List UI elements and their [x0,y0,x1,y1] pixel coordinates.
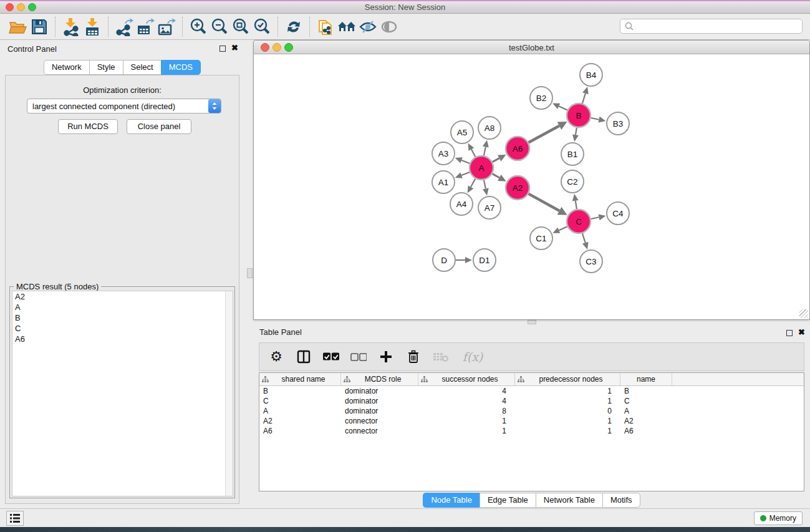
zoom-in-button[interactable] [188,16,209,37]
mcds-result-item[interactable]: A6 [12,334,233,344]
open-session-button[interactable] [7,16,29,37]
edge-A-A3[interactable] [461,160,470,163]
edge-B-B2[interactable] [559,106,567,110]
criterion-select[interactable]: largest connected component (directed) [27,99,221,114]
column-header-name[interactable]: name [620,373,672,385]
edge-A2-C[interactable] [529,194,560,211]
edge-C-C3[interactable] [582,233,586,243]
select-all-button[interactable] [323,349,339,365]
table-row[interactable]: Adominator80A [259,406,804,416]
horizontal-splitter-grip[interactable] [528,320,536,324]
edge-B-B3[interactable] [591,118,599,120]
tab-mcds[interactable]: MCDS [161,60,201,75]
close-table-panel-icon[interactable]: ✖ [798,328,805,337]
graph-node-A1[interactable]: A1 [432,171,455,193]
network-graph[interactable]: B4B2BB3A8A5A6A3B1AA1C2A2A4A7C4CC1DD1C3 [254,54,809,319]
tab-select[interactable]: Select [123,60,161,75]
graph-node-A8[interactable]: A8 [478,117,501,139]
graph-node-A[interactable]: A [470,156,493,180]
search-field[interactable] [620,19,803,34]
zoom-selected-button[interactable] [251,16,272,37]
delete-column-button[interactable] [405,349,422,365]
edge-B-B1[interactable] [576,128,577,135]
graph-node-D1[interactable]: D1 [473,249,496,271]
network-window-titlebar[interactable]: testGlobe.txt [254,41,809,54]
show-all-button[interactable] [378,16,400,37]
mcds-result-item[interactable]: A [12,302,233,312]
edge-A-A1[interactable] [461,172,470,175]
graph-node-A5[interactable]: A5 [451,121,473,143]
tab-network[interactable]: Network [44,60,89,75]
edge-A-A6[interactable] [493,158,499,162]
column-header-predecessor-nodes[interactable]: predecessor nodes [515,373,620,385]
mcds-result-item[interactable]: A2 [12,291,233,302]
column-header-shared-name[interactable]: shared name [259,373,341,385]
graph-node-C3[interactable]: C3 [580,250,602,273]
window-resize-grip[interactable] [799,309,808,318]
edge-A-A7[interactable] [484,180,486,189]
network-canvas[interactable]: B4B2BB3A8A5A6A3B1AA1C2A2A4A7C4CC1DD1C3 [254,54,809,319]
import-network-button[interactable] [60,16,82,37]
tab-motifs[interactable]: Motifs [602,493,640,508]
mcds-list-scrollbar[interactable] [225,291,233,496]
table-settings-button[interactable]: ⚙ [268,349,284,365]
graph-node-A2[interactable]: A2 [506,176,529,200]
graph-node-C[interactable]: C [567,210,591,233]
show-network-list-button[interactable] [6,511,24,526]
graph-node-C1[interactable]: C1 [530,227,552,249]
graph-node-B1[interactable]: B1 [561,143,584,165]
vertical-splitter-grip[interactable] [247,268,253,278]
search-input[interactable] [634,21,802,32]
graph-node-A7[interactable]: A7 [478,196,501,219]
graph-node-C4[interactable]: C4 [607,202,629,225]
edge-C-C2[interactable] [576,201,577,210]
tab-edge-table[interactable]: Edge Table [480,493,536,508]
deselect-all-button[interactable] [350,349,367,365]
import-table-button[interactable] [82,16,103,37]
tab-node-table[interactable]: Node Table [423,493,480,508]
close-panel-icon[interactable]: ✖ [231,44,238,52]
graph-node-B2[interactable]: B2 [530,87,552,109]
first-neighbors-button[interactable] [336,16,357,37]
graph-node-D[interactable]: D [433,249,455,271]
mcds-result-item[interactable]: C [12,323,233,334]
new-network-from-selection-button[interactable] [315,16,336,37]
zoom-out-button[interactable] [209,16,230,37]
column-header-successor-nodes[interactable]: successor nodes [418,373,515,385]
edge-B-B4[interactable] [582,94,586,104]
graph-node-A3[interactable]: A3 [432,142,455,165]
save-session-button[interactable] [29,16,50,37]
mcds-result-list[interactable]: A2ABCA6 [12,291,233,496]
graph-node-C2[interactable]: C2 [561,170,584,193]
table-row[interactable]: Cdominator41C [259,396,804,406]
float-table-panel-icon[interactable] [786,330,793,336]
tab-network-table[interactable]: Network Table [536,493,602,508]
close-panel-button[interactable]: Close panel [127,119,191,134]
column-header-MCDS-role[interactable]: MCDS role [341,373,418,385]
table-row[interactable]: Bdominator41B [259,386,804,396]
run-mcds-button[interactable]: Run MCDS [58,119,118,134]
refresh-button[interactable] [283,16,304,37]
graph-node-B3[interactable]: B3 [607,112,629,135]
graph-node-A6[interactable]: A6 [506,137,529,160]
edge-C-C4[interactable] [591,217,599,219]
edge-A-A5[interactable] [471,149,476,157]
graph-node-B4[interactable]: B4 [580,64,602,86]
export-image-button[interactable] [156,16,177,37]
mcds-result-item[interactable]: B [12,312,233,323]
show-column-panel-button[interactable] [296,349,312,365]
graph-node-A4[interactable]: A4 [450,193,473,215]
float-panel-icon[interactable] [219,46,226,52]
export-network-button[interactable] [113,16,135,37]
zoom-fit-button[interactable] [230,16,251,37]
table-row[interactable]: A2connector11A2 [259,416,804,426]
edge-A-A8[interactable] [484,147,486,155]
graph-node-B[interactable]: B [567,104,591,127]
edge-C-C1[interactable] [559,226,567,230]
edge-A6-B[interactable] [529,126,559,143]
memory-button[interactable]: Memory [754,511,803,525]
hide-selected-button[interactable] [357,16,378,37]
table-row[interactable]: A6connector11A6 [259,426,804,436]
add-column-button[interactable] [378,349,394,365]
edge-A-A2[interactable] [493,174,499,178]
